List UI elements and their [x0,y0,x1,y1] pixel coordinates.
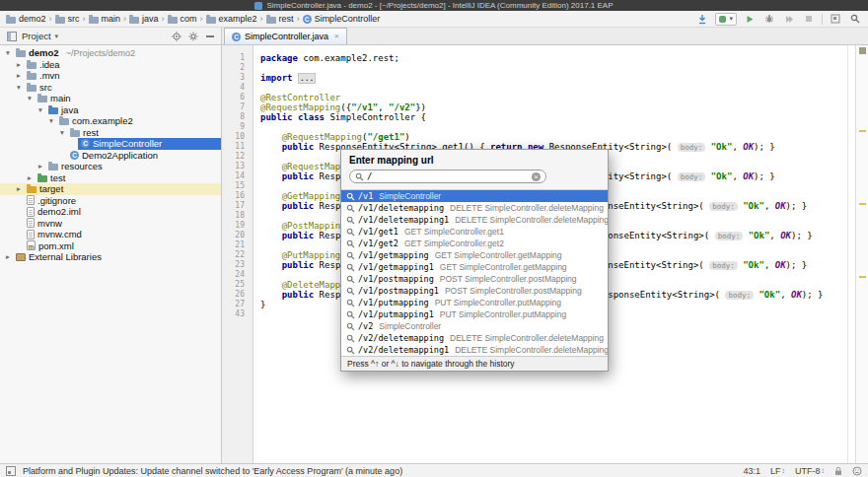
tree-item[interactable]: ▸test [0,172,221,184]
lock-icon[interactable] [834,466,842,476]
tree-item[interactable]: .gitignore [0,195,221,207]
tree-item[interactable]: pom.xml [0,240,221,252]
arrow-down-icon[interactable]: ▾ [14,82,24,93]
code-token: ... [298,73,316,84]
scroll-from-source-icon[interactable] [170,30,182,42]
code-token: ); } [786,260,808,270]
gear-icon[interactable] [186,30,199,42]
mapping-item[interactable]: /v2SimpleController [341,320,608,332]
code-line[interactable]: 9 [222,122,868,132]
code-token: ({ [340,102,351,112]
tree-item[interactable]: ▸resources [0,161,221,172]
breadcrumb-item[interactable]: demo2 [6,14,46,24]
arrow-down-icon[interactable]: ▾ [3,47,13,58]
code-line[interactable]: 4 [222,83,868,93]
warning-mark[interactable] [859,276,866,278]
breadcrumb-item[interactable]: main [89,14,121,24]
stop-button[interactable] [802,13,816,26]
arrow-right-icon[interactable]: ▸ [3,251,13,262]
code-line[interactable]: 3import ... [222,73,868,83]
toolwindow-toggle-icon[interactable] [6,466,16,476]
debug-button[interactable] [762,13,776,26]
highlighting-level-icon[interactable] [852,466,862,476]
arrow-right-icon[interactable]: ▸ [25,172,35,183]
line-ending-selector[interactable]: LF↕ [770,466,785,476]
file-icon [27,218,35,228]
mapping-item[interactable]: /v1/deletemappingDELETE SimpleController… [341,202,608,214]
mapping-item[interactable]: /v1/putmappingPUT SimpleController.putMa… [341,297,608,308]
breadcrumb-item[interactable]: java [129,14,159,24]
clear-icon[interactable]: × [532,172,541,181]
chevron-down-icon[interactable]: ▾ [55,33,59,40]
mapping-detail: DELETE SimpleController.deleteMapping [455,345,608,355]
tree-item[interactable]: mvnw [0,218,221,230]
status-message[interactable]: Platform and Plugin Updates: Update chan… [23,466,402,476]
tree-item[interactable]: SimpleController [0,138,221,150]
update-project-icon[interactable] [695,13,709,26]
code-line[interactable]: 1package com.example2.rest; [222,53,868,63]
hide-panel-icon[interactable] [203,30,216,42]
arrow-right-icon[interactable]: ▸ [14,59,24,70]
arrow-right-icon[interactable]: ▸ [14,70,24,81]
coverage-button[interactable] [782,13,796,26]
mapping-item[interactable]: /v1/getmappingGET SimpleController.getMa… [341,249,608,261]
arrow-down-icon[interactable]: ▾ [36,104,45,115]
breadcrumb-item[interactable]: rest [266,14,294,24]
inspections-indicator[interactable] [859,47,866,54]
mapping-item[interactable]: /v2/deletemappingDELETE SimpleController… [341,332,608,344]
project-panel-title[interactable]: Project [22,31,51,41]
tree-item[interactable]: mvnw.cmd [0,229,221,240]
warning-mark[interactable] [859,130,866,132]
breadcrumb-item[interactable]: com [168,14,197,24]
arrow-right-icon[interactable]: ▸ [14,183,24,194]
arrow-down-icon[interactable]: ▾ [25,93,35,103]
tree-item[interactable]: ▾java [0,104,221,116]
mapping-item[interactable]: /v1/get2GET SimpleController.get2 [341,238,608,249]
editor[interactable]: 1package com.example2.rest;23import ...4… [222,45,868,463]
mapping-item[interactable]: /v1/postmappingPOST SimpleController.pos… [341,273,608,285]
tree-item[interactable]: ▾com.example2 [0,115,221,127]
project-structure-icon[interactable] [829,13,842,26]
mapping-search-input[interactable]: / × [349,170,546,183]
tab-simplecontroller[interactable]: SimpleController.java × [224,28,347,44]
run-button[interactable] [743,13,757,26]
tree-item[interactable]: ▾src [0,82,221,94]
tree-item[interactable]: demo2.iml [0,206,221,218]
mapping-item[interactable]: /v2/deletemapping1DELETE SimpleControlle… [341,344,608,356]
code-line[interactable]: 7@RequestMapping({"/v1", "/v2"}) [222,102,868,112]
tree-item[interactable]: ▾rest [0,127,221,139]
mapping-item[interactable]: /v1SimpleController [341,190,608,202]
tree-item[interactable]: ▸target [0,183,221,195]
code-line[interactable]: 8public class SimpleController { [222,112,868,122]
tree-item[interactable]: ▾demo2~/Projects/demo2 [0,47,221,59]
warning-mark[interactable] [859,203,866,205]
mapping-item[interactable]: /v1/get1GET SimpleController.get1 [341,226,608,238]
code-text: @RequestMapping("/get1") [253,132,410,142]
code-text [253,181,260,191]
code-line[interactable]: 6@RestController [222,93,868,102]
code-line[interactable]: 2 [222,63,868,73]
tree-item[interactable]: ▸External Libraries [0,251,221,263]
breadcrumb-item[interactable]: SimpleController [303,14,381,24]
mapping-item[interactable]: /v1/postmapping1POST SimpleController.po… [341,285,608,297]
tree-item[interactable]: ▸.idea [0,59,221,71]
encoding-selector[interactable]: UTF-8↕ [795,466,825,476]
tree-item[interactable]: ▸.mvn [0,70,221,82]
code-line[interactable]: 10 @RequestMapping("/get1") [222,132,868,142]
arrow-down-icon[interactable]: ▾ [57,127,67,138]
arrow-right-icon[interactable]: ▸ [36,161,45,171]
code-token: "Ok" [711,142,733,152]
run-configuration-selector[interactable]: ▾ [715,13,737,26]
tree-item[interactable]: Demo2Application [0,150,221,162]
mapping-item[interactable]: /v1/putmapping1PUT SimpleController.putM… [341,308,608,320]
search-everywhere-icon[interactable] [848,13,862,26]
arrow-down-icon[interactable]: ▾ [46,115,56,126]
code-text [253,240,260,250]
mapping-item[interactable]: /v1/deletemapping1DELETE SimpleControlle… [341,214,608,226]
tree-item[interactable]: ▾main [0,93,221,104]
mapping-item[interactable]: /v1/getmapping1GET SimpleController.getM… [341,261,608,273]
breadcrumb-item[interactable]: src [55,14,80,24]
breadcrumb-item[interactable]: example2 [206,14,257,24]
caret-position[interactable]: 43:1 [743,466,760,476]
close-icon[interactable]: × [332,33,339,40]
